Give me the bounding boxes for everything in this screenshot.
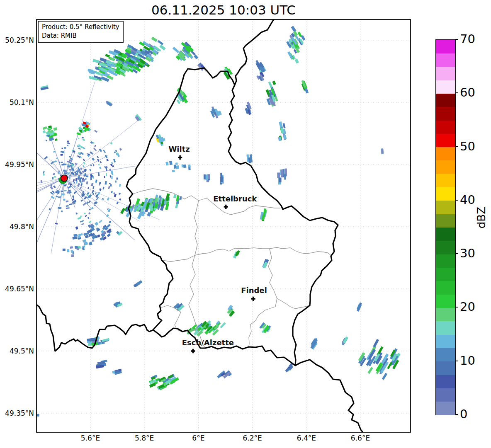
echo-bin	[64, 147, 66, 149]
echo-bin	[102, 187, 104, 190]
colorbar-tickmark	[455, 146, 458, 147]
colorbar-segment	[436, 107, 455, 121]
echo-bin	[54, 160, 57, 162]
echo-bin	[61, 164, 64, 166]
colorbar-tick-label: 10	[460, 354, 489, 367]
echo-bin	[188, 165, 191, 167]
echo-bin	[111, 191, 113, 193]
echo-bin	[44, 156, 48, 160]
city-marker	[178, 155, 182, 160]
echo-bin	[158, 40, 164, 45]
echo-bin	[79, 187, 82, 190]
echo-bin	[151, 37, 158, 42]
colorbar-tick-label: 70	[460, 32, 489, 46]
country-border-fr_de	[295, 360, 363, 432]
echo-bin	[183, 165, 187, 168]
colorbar-segment	[436, 294, 455, 308]
echo-bin	[282, 123, 285, 128]
echo-bin	[73, 179, 75, 182]
echo-bin	[108, 186, 110, 189]
echo-bin	[67, 140, 69, 143]
city-label: Wiltz	[168, 145, 190, 153]
echo-bin	[64, 184, 66, 186]
colorbar-tickmark	[455, 253, 458, 254]
colorbar-segment	[436, 120, 455, 134]
echo-bin	[88, 217, 90, 219]
echo-bin	[75, 212, 78, 214]
city-marker	[251, 297, 255, 301]
echo-bin	[43, 171, 45, 174]
echo-bin	[92, 59, 100, 63]
echo-bin	[80, 167, 82, 170]
echo-bin	[61, 148, 63, 149]
city-marker	[224, 205, 228, 209]
echo-bin	[95, 222, 99, 226]
city-label: Findel	[241, 286, 267, 295]
y-axis-tick-label: 49.65°N	[0, 285, 34, 293]
echo-bin	[81, 223, 84, 225]
colorbar-segment	[436, 321, 455, 335]
colorbar-tick-label: 40	[460, 193, 489, 206]
district-border	[162, 247, 331, 262]
colorbar-segment	[436, 80, 455, 94]
echo-bin	[173, 194, 176, 199]
echo-bin	[67, 249, 69, 252]
colorbar-segment	[436, 93, 455, 107]
district-borders-layer	[133, 189, 331, 348]
colorbar-segment	[436, 388, 455, 402]
colorbar-tick-label: 20	[460, 300, 489, 313]
echo-bin	[111, 162, 113, 164]
echo-bin	[78, 127, 83, 130]
echo-bin	[92, 158, 95, 161]
city-label: Ettelbruck	[213, 194, 257, 203]
echo-bin	[97, 156, 99, 158]
echo-bin	[105, 155, 108, 158]
echo-bin	[83, 165, 85, 167]
echo-bin	[279, 178, 282, 182]
echo-bin	[71, 254, 74, 257]
echo-bin	[99, 167, 101, 169]
echo-bin	[112, 165, 114, 167]
echo-bin	[94, 130, 97, 133]
echo-bin	[52, 177, 53, 179]
colorbar-tickmark	[455, 92, 458, 93]
echo-bin	[80, 199, 83, 202]
colorbar-segment	[436, 375, 455, 388]
colorbar-segment	[436, 348, 455, 361]
echo-bin	[63, 199, 65, 201]
colorbar-segment	[436, 361, 455, 375]
echo-bin	[75, 226, 78, 230]
echo-bin	[99, 220, 102, 223]
echo-bin	[175, 162, 178, 165]
echo-bin	[165, 162, 168, 166]
echo-bin	[116, 177, 118, 179]
colorbar-segment	[436, 147, 455, 161]
colorbar-tickmark	[455, 361, 458, 361]
echo-bin	[92, 142, 95, 144]
echo-bin	[120, 208, 125, 214]
colorbar-tickmark	[455, 307, 458, 308]
echo-bin	[106, 173, 107, 176]
colorbar-segment	[436, 254, 455, 268]
echo-bin	[92, 186, 95, 189]
echo-bin	[46, 140, 48, 141]
echo-bin	[284, 174, 286, 179]
radar-site-marker	[61, 175, 68, 182]
echo-bin	[53, 185, 56, 188]
echo-bin	[90, 141, 93, 144]
colorbar-tick-label: 60	[460, 86, 489, 99]
echo-bin	[82, 137, 84, 139]
y-axis-tick-label: 49.95°N	[0, 160, 34, 169]
echo-bin	[109, 220, 112, 223]
echo-bin	[94, 145, 96, 147]
district-border	[268, 249, 310, 309]
colorbar-segment	[436, 40, 455, 53]
echo-bin	[103, 150, 106, 153]
echo-bin	[205, 174, 207, 180]
echo-bin	[268, 82, 273, 88]
echo-bin	[80, 177, 82, 179]
echo-bin	[55, 223, 58, 225]
echo-bin	[105, 54, 110, 58]
echo-bin	[83, 179, 85, 182]
echo-bin	[66, 201, 68, 203]
